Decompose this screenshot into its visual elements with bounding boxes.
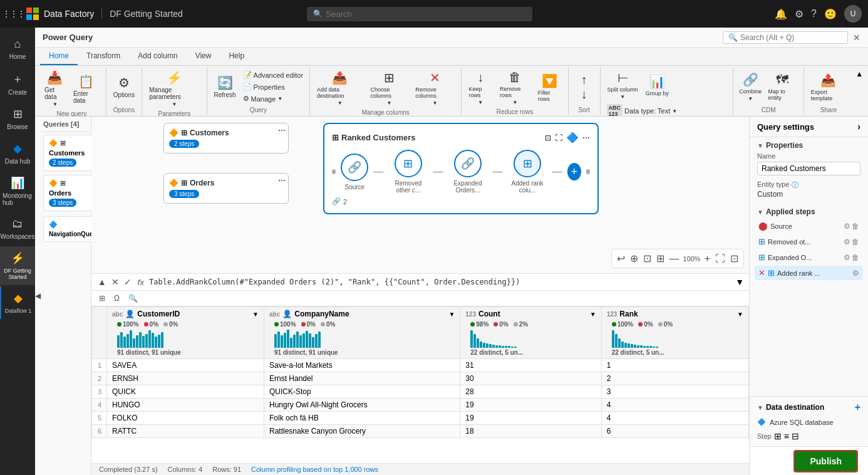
table-row[interactable]: 1 SAVEA Save-a-lot Markets 31 1 [92, 359, 749, 372]
table-row[interactable]: 4 HUNGO Hungry Owl All-Night Grocers 19 … [92, 399, 749, 412]
sidebar-item-monitoring[interactable]: 📊 Monitoring hub [0, 171, 35, 211]
ribbon-btn-filterrows[interactable]: 🔽 Filter rows [535, 71, 564, 104]
node-orders[interactable]: 🔶 ⊞ Orders 3 steps ⋯ [163, 173, 289, 204]
table-row[interactable]: 3 QUICK QUICK-Stop 28 3 [92, 385, 749, 399]
step-addedrank-settings-btn[interactable]: ⚙ [852, 269, 859, 278]
ranked-expand-icon[interactable]: ⊡ [545, 133, 551, 142]
ribbon-btn-sortasc[interactable]: ↑↓ [572, 71, 596, 103]
tab-home[interactable]: Home [40, 48, 78, 65]
node-customers-menu[interactable]: ⋯ [278, 126, 286, 135]
grid-search-btn[interactable]: 🔍 [126, 293, 140, 304]
dest-table-icon[interactable]: ⊞ [774, 431, 782, 441]
step-source[interactable]: 🔗 Source [341, 154, 368, 191]
node-customers[interactable]: 🔶 ⊞ Customers 2 steps ⋯ [163, 123, 289, 154]
waffle-icon[interactable]: ⋮⋮⋮ [6, 6, 21, 21]
applied-steps-toggle[interactable]: ▼ Applied steps [750, 204, 868, 219]
ranked-maximize-icon[interactable]: ⛶ [555, 133, 562, 142]
table-row[interactable]: 2 ERNSH Ernst Handel 30 2 [92, 372, 749, 385]
bell-icon[interactable]: 🔔 [775, 8, 787, 20]
step-expanded[interactable]: 🔗 Expanded Orders... [448, 150, 487, 194]
queries-collapse-btn[interactable]: ◀ [35, 117, 41, 475]
table-row[interactable]: 6 RATTC Rattlesnake Canyon Grocery 18 6 [92, 425, 749, 438]
col-header-rank[interactable]: 123 Rank ▼ 100% [601, 307, 748, 359]
table-row[interactable]: 5 FOLKO Folk och fä HB 19 4 [92, 412, 749, 425]
global-search-bar[interactable]: 🔍 [307, 7, 532, 21]
formula-reject-btn[interactable]: ✕ [110, 276, 120, 288]
fit-btn[interactable]: ⊕ [629, 251, 639, 266]
ribbon-btn-manage[interactable]: ⚙ Manage ▼ [240, 93, 306, 104]
gear-icon[interactable]: ⚙ [795, 8, 803, 20]
ribbon-btn-manageparams[interactable]: ⚡ Manage parameters ▼ [146, 68, 202, 109]
applied-step-expandedo[interactable]: ⊞ Expanded O... ⚙ 🗑 [755, 250, 863, 264]
zoom-out-btn[interactable]: — [668, 252, 681, 266]
dest-grid-icon[interactable]: ⊟ [792, 431, 799, 441]
pq-close-btn[interactable]: ✕ [853, 33, 860, 43]
node-orders-menu[interactable]: ⋯ [278, 176, 286, 185]
name-field-input[interactable] [757, 162, 860, 175]
sidebar-item-dfstarted[interactable]: ⚡ DF Getting Started [0, 246, 35, 285]
sidebar-item-datahub[interactable]: ◆ Data hub [0, 137, 35, 170]
sidebar-item-workspaces[interactable]: 🗂 Workspaces [0, 212, 35, 245]
fullscreen-btn[interactable]: ⛶ [714, 252, 726, 266]
ribbon-btn-maptoentity[interactable]: 🗺 Map to entity [765, 71, 800, 103]
step-source-settings-btn[interactable]: ⚙ [844, 222, 850, 231]
col-rank-filter[interactable]: ▼ [737, 311, 743, 318]
properties-section-toggle[interactable]: ▼ Properties [750, 137, 868, 152]
sidebar-item-create[interactable]: ＋ Create [0, 66, 35, 101]
ribbon-btn-adddestination[interactable]: 📤 Add data destination ▼ [314, 68, 366, 108]
ribbon-btn-getdata[interactable]: 📥 Get data ▼ [41, 68, 69, 109]
ribbon-btn-enterdata[interactable]: 📋 Enter data [70, 72, 102, 106]
col-count-filter[interactable]: ▼ [590, 311, 596, 318]
applied-step-addedrank[interactable]: ✕ ⊞ Added rank ... ⚙ [755, 266, 863, 280]
step-removedot-settings-btn[interactable]: ⚙ [844, 238, 850, 246]
tab-view[interactable]: View [187, 48, 220, 65]
formula-collapse-btn[interactable]: ▼ [735, 277, 744, 287]
formula-input[interactable] [149, 278, 730, 286]
step-removedot-delete-btn[interactable]: 🗑 [852, 238, 859, 246]
ribbon-btn-refresh[interactable]: 🔄 Refresh [211, 73, 239, 100]
step-addedrank[interactable]: ⊞ Added rank colu... [508, 150, 547, 194]
ribbon-btn-combine[interactable]: 🔗 Combine ▼ [737, 70, 763, 103]
pq-search-input[interactable] [740, 33, 842, 42]
ribbon-collapse-btn[interactable]: ▲ [853, 67, 865, 81]
grid-table-btn[interactable]: ⊞ [96, 293, 108, 304]
dest-azure-sql[interactable]: 🔷 Azure SQL database [757, 417, 860, 427]
applied-step-removedot[interactable]: ⊞ Removed ot... ⚙ 🗑 [755, 234, 863, 249]
formula-expand-btn[interactable]: ▲ [96, 276, 108, 288]
view-btn[interactable]: ⊡ [642, 251, 653, 266]
dest-list-icon[interactable]: ≡ [784, 431, 789, 441]
expand-btn[interactable]: ⊞ [655, 251, 666, 266]
step-delete-icon[interactable]: ✕ [758, 268, 765, 278]
ribbon-btn-properties[interactable]: 📄 Properties [240, 81, 306, 92]
tab-transform[interactable]: Transform [78, 48, 129, 65]
step-expandedo-settings-btn[interactable]: ⚙ [844, 253, 850, 262]
ribbon-btn-splitcolumn[interactable]: ⊢ Split column ▼ [604, 68, 641, 102]
global-search-input[interactable] [326, 9, 526, 19]
ranked-menu-btn[interactable]: ⋯ [582, 133, 590, 142]
tab-help[interactable]: Help [220, 48, 253, 65]
ribbon-btn-removerows[interactable]: 🗑 Remove rows ▼ [497, 68, 534, 107]
step-expandedo-delete-btn[interactable]: 🗑 [852, 253, 859, 262]
ribbon-btn-keeprows[interactable]: ↓ Keep rows ▼ [465, 68, 495, 107]
status-profiling[interactable]: Column profiling based on top 1,000 rows [251, 466, 378, 473]
step-source-delete-btn[interactable]: 🗑 [852, 222, 859, 231]
undo-btn[interactable]: ↩ [616, 251, 626, 266]
step-removed[interactable]: ⊞ Removed other c... [388, 150, 428, 194]
col-header-count[interactable]: 123 Count ▼ 98% [460, 307, 601, 359]
fullscreen2-btn[interactable]: ⊡ [729, 251, 740, 266]
grid-schema-btn[interactable]: Ω [111, 293, 122, 304]
col-header-customerid[interactable]: abc 👤 CustomerID ▼ [107, 307, 264, 359]
avatar[interactable]: U [844, 5, 862, 23]
sidebar-item-dataflow[interactable]: ◆ Dataflow 1 [0, 286, 35, 319]
smiley-icon[interactable]: 🙂 [824, 8, 837, 20]
node-ranked-customers[interactable]: ⊞ Ranked Customers ⊡ ⛶ 🔷 ⋯ [323, 123, 599, 214]
ribbon-btn-groupby[interactable]: 📊 Group by [643, 72, 672, 98]
zoom-in-btn[interactable]: + [703, 252, 711, 266]
sidebar-item-browse[interactable]: ⊞ Browse [0, 102, 35, 135]
entitytype-info-icon[interactable]: ⓘ [792, 180, 798, 190]
pq-search-bar[interactable]: 🔍 [723, 31, 848, 44]
ribbon-btn-exporttemplate[interactable]: 📤 Export template [808, 71, 849, 103]
ribbon-btn-choosecolumns[interactable]: ⊞ Choose columns ▼ [367, 68, 411, 108]
col-header-companyname[interactable]: abc 👤 CompanyName ▼ [264, 307, 460, 359]
formula-accept-btn[interactable]: ✓ [123, 276, 133, 288]
